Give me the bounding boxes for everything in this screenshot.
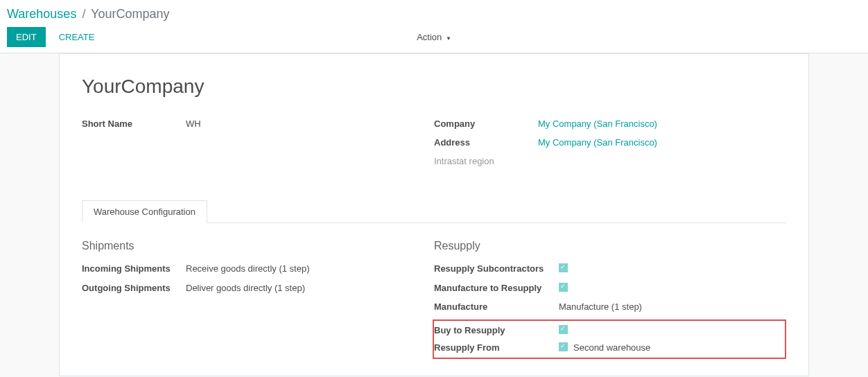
- buy-to-resupply-label: Buy to Resupply: [434, 324, 559, 337]
- breadcrumb-current: YourCompany: [91, 7, 169, 21]
- incoming-value: Receive goods directly (1 step): [186, 262, 309, 276]
- caret-down-icon: ▼: [446, 35, 451, 42]
- address-link[interactable]: My Company (San Francisco): [538, 136, 657, 150]
- outgoing-value: Deliver goods directly (1 step): [186, 281, 305, 295]
- tab-warehouse-config[interactable]: Warehouse Configuration: [82, 200, 207, 223]
- highlight-box: Buy to Resupply Resupply From Second war…: [433, 319, 786, 359]
- breadcrumb-sep: /: [82, 7, 85, 21]
- manufacture-to-resupply-label: Manufacture to Resupply: [434, 281, 559, 295]
- form-sheet: YourCompany Short Name WH Company My Com…: [59, 59, 809, 376]
- edit-button[interactable]: EDIT: [7, 27, 46, 47]
- resupply-subcontractors-label: Resupply Subcontractors: [434, 262, 559, 276]
- company-label: Company: [434, 117, 538, 132]
- resupply-from-checkbox[interactable]: [559, 342, 568, 351]
- tabs: Warehouse Configuration: [82, 200, 786, 223]
- company-link[interactable]: My Company (San Francisco): [538, 117, 657, 132]
- buy-to-resupply-checkbox[interactable]: [559, 325, 568, 334]
- breadcrumb-root[interactable]: Warehouses: [7, 7, 76, 21]
- manufacture-label: Manufacture: [434, 300, 559, 314]
- resupply-from-value: Second warehouse: [573, 341, 650, 355]
- sheet-top: [59, 53, 809, 59]
- page-title: YourCompany: [82, 76, 786, 98]
- action-menu[interactable]: Action ▼: [417, 32, 451, 42]
- breadcrumb: Warehouses / YourCompany: [7, 7, 861, 21]
- resupply-from-label: Resupply From: [434, 341, 559, 355]
- action-label: Action: [417, 32, 442, 42]
- resupply-subcontractors-checkbox[interactable]: [559, 263, 568, 272]
- address-label: Address: [434, 136, 538, 150]
- incoming-label: Incoming Shipments: [82, 262, 186, 276]
- shipments-title: Shipments: [82, 240, 434, 252]
- short-name-value: WH: [186, 117, 201, 132]
- short-name-label: Short Name: [82, 117, 186, 132]
- outgoing-label: Outgoing Shipments: [82, 281, 186, 295]
- resupply-title: Resupply: [434, 240, 786, 252]
- manufacture-to-resupply-checkbox[interactable]: [559, 283, 568, 292]
- intrastat-label: Intrastat region: [434, 155, 538, 169]
- create-button[interactable]: CREATE: [50, 27, 104, 47]
- manufacture-value: Manufacture (1 step): [559, 300, 642, 314]
